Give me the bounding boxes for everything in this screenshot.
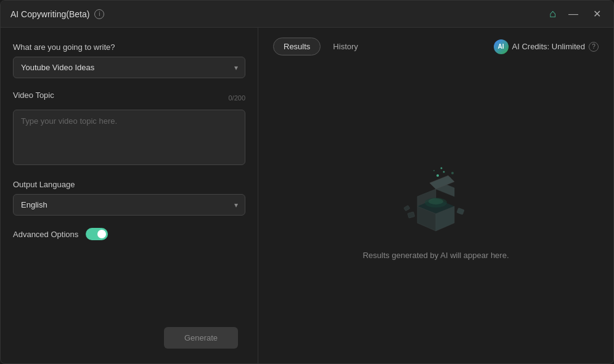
advanced-options-toggle[interactable] (86, 228, 108, 240)
box-illustration (396, 164, 476, 238)
tab-results[interactable]: Results (273, 38, 321, 55)
svg-point-3 (433, 170, 435, 171)
tabs: Results History (273, 38, 368, 55)
results-placeholder-text: Results generated by AI will appear here… (362, 251, 509, 260)
write-type-select[interactable]: Youtube Video Ideas Blog Post Social Med… (13, 57, 245, 78)
app-title: AI Copywriting(Beta) (10, 9, 89, 19)
credits-info-icon[interactable]: ? (589, 42, 599, 52)
output-language-select-wrapper: English Spanish French German ▾ (13, 194, 245, 216)
video-topic-label-row: Video Topic 0/200 (13, 91, 245, 105)
svg-point-13 (428, 198, 443, 204)
char-count: 0/200 (228, 94, 245, 102)
output-language-label: Output Language (13, 180, 245, 189)
write-type-select-wrapper: Youtube Video Ideas Blog Post Social Med… (13, 57, 245, 78)
svg-point-0 (436, 174, 439, 177)
info-icon[interactable]: i (94, 9, 104, 19)
svg-point-1 (443, 171, 445, 172)
output-language-select[interactable]: English Spanish French German (13, 194, 245, 216)
right-panel: Results History AI AI Credits: Unlimited… (258, 28, 613, 363)
toggle-slider (86, 228, 108, 240)
credits-text: AI Credits: Unlimited (512, 42, 585, 51)
bookmark-icon[interactable]: ⌂ (549, 7, 556, 20)
ai-credits-icon: AI (494, 39, 509, 54)
main-content: What are you going to write? Youtube Vid… (1, 28, 613, 363)
title-bar: AI Copywriting(Beta) i ⌂ — ✕ (1, 1, 613, 28)
write-type-group: What are you going to write? Youtube Vid… (13, 42, 245, 78)
svg-rect-14 (407, 211, 415, 217)
generate-button[interactable]: Generate (164, 327, 238, 349)
video-topic-group: Video Topic 0/200 (13, 91, 245, 168)
close-button[interactable]: ✕ (591, 7, 604, 22)
title-bar-right: ⌂ — ✕ (549, 7, 604, 22)
video-topic-textarea[interactable] (13, 110, 245, 165)
title-bar-left: AI Copywriting(Beta) i (10, 9, 104, 19)
svg-rect-15 (457, 208, 464, 214)
advanced-options-label: Advanced Options (13, 230, 78, 239)
minimize-button[interactable]: — (566, 7, 581, 22)
results-area: Results generated by AI will appear here… (273, 70, 599, 354)
svg-rect-16 (404, 205, 410, 211)
video-topic-label: Video Topic (13, 91, 54, 100)
left-panel: What are you going to write? Youtube Vid… (1, 28, 258, 363)
right-header: Results History AI AI Credits: Unlimited… (273, 38, 599, 55)
app-window: AI Copywriting(Beta) i ⌂ — ✕ What are yo… (0, 0, 614, 364)
credits-area: AI AI Credits: Unlimited ? (494, 39, 599, 54)
output-language-group: Output Language English Spanish French G… (13, 180, 245, 216)
tab-history[interactable]: History (323, 38, 367, 55)
write-type-label: What are you going to write? (13, 42, 245, 52)
svg-point-5 (441, 167, 443, 169)
svg-point-4 (451, 172, 454, 174)
advanced-options-row: Advanced Options (13, 228, 245, 240)
